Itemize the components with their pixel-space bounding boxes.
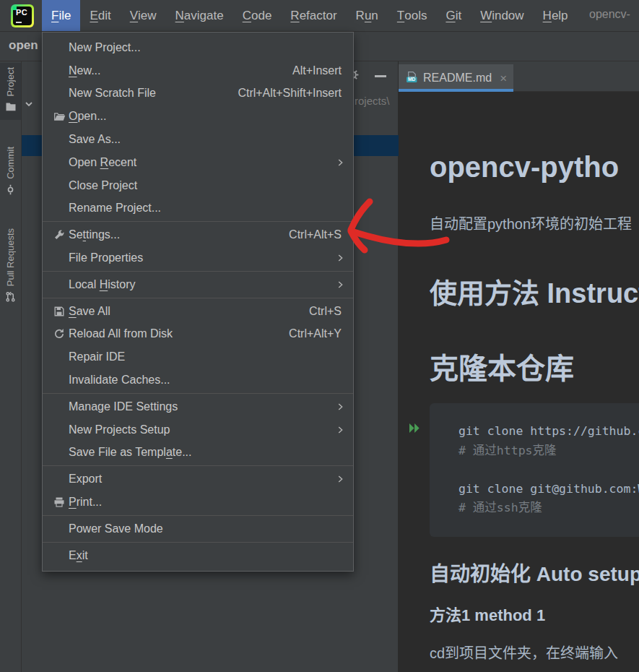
file-dropdown-menu: New Project...New...Alt+InsertNew Scratc… xyxy=(42,32,354,572)
pycharm-window: PC FileEditViewNavigateCodeRefactorRunTo… xyxy=(0,0,639,672)
menu-item-invalidate-caches[interactable]: Invalidate Caches... xyxy=(43,369,353,392)
menu-item-label: Invalidate Caches... xyxy=(69,374,170,387)
open-folder-icon xyxy=(50,111,69,123)
menu-item-file-properties[interactable]: File Properties xyxy=(43,246,353,270)
menu-item-label: Manage IDE Settings xyxy=(69,400,178,413)
menu-item-new[interactable]: New...Alt+Insert xyxy=(43,59,353,82)
stripe-label: Project xyxy=(5,67,16,96)
pycharm-logo-icon: PC xyxy=(11,4,34,27)
menu-item-label: Settings... xyxy=(69,228,120,241)
menu-item-label: Save All xyxy=(69,305,110,318)
floppy-icon xyxy=(50,306,69,317)
code-line: # 通过https克隆 xyxy=(458,441,639,461)
menubar-item-run[interactable]: Run xyxy=(347,0,388,31)
menu-item-shortcut: Ctrl+Alt+Y xyxy=(289,327,342,340)
menubar-item-help[interactable]: Help xyxy=(534,0,578,31)
editor-tab-bar: MD README.md × xyxy=(399,61,639,92)
auto-setup-heading: 自动初始化 Auto setup xyxy=(430,563,639,586)
menu-item-rename-project[interactable]: Rename Project... xyxy=(43,197,353,220)
menu-item-exit[interactable]: Exit xyxy=(43,544,353,567)
submenu-arrow-icon xyxy=(335,158,345,168)
menu-item-new-project[interactable]: New Project... xyxy=(43,36,353,59)
readme-intro: 自动配置python环境的初始工程 xyxy=(430,216,639,233)
method-heading: 方法1 method 1 xyxy=(430,606,639,625)
window-title-project: opencv- xyxy=(589,8,639,21)
menu-item-label: New Scratch File xyxy=(69,87,156,100)
stripe-label: Pull Requests xyxy=(5,228,16,286)
submenu-arrow-icon xyxy=(335,253,345,263)
menu-separator xyxy=(43,542,353,543)
menubar-item-edit[interactable]: Edit xyxy=(80,0,120,31)
menu-item-close-project[interactable]: Close Project xyxy=(43,174,353,197)
menu-separator xyxy=(43,221,353,222)
menu-item-local-history[interactable]: Local History xyxy=(43,273,353,296)
wrench-icon xyxy=(50,229,69,241)
submenu-arrow-icon xyxy=(335,425,345,435)
submenu-arrow-icon xyxy=(335,280,345,290)
menubar-item-refactor[interactable]: Refactor xyxy=(281,0,346,31)
menu-item-save-file-as-template[interactable]: Save File as Template... xyxy=(43,441,353,465)
menu-item-label: New Project... xyxy=(69,41,141,54)
stripe-item-project[interactable]: Project xyxy=(0,63,21,120)
menu-item-export[interactable]: Export xyxy=(43,468,353,491)
menu-item-label: File Properties xyxy=(69,251,143,264)
submenu-arrow-icon xyxy=(335,474,345,484)
menu-item-settings[interactable]: Settings...Ctrl+Alt+S xyxy=(43,223,353,246)
stripe-label: Commit xyxy=(5,147,16,179)
main-menu-bar: FileEditViewNavigateCodeRefactorRunTools… xyxy=(42,0,578,31)
hide-panel-icon[interactable] xyxy=(375,75,386,77)
editor-area: MD README.md × opencv-pytho 自动配置python环境… xyxy=(399,61,639,672)
menu-item-label: Close Project xyxy=(69,179,137,192)
menu-item-open[interactable]: Open... xyxy=(43,105,353,128)
menu-item-label: Save As... xyxy=(69,133,121,146)
cd-instruction: cd到项目文件夹，在终端输入 xyxy=(430,645,639,662)
menu-item-save-all[interactable]: Save AllCtrl+S xyxy=(43,300,353,323)
close-icon[interactable]: × xyxy=(500,72,507,85)
menu-separator xyxy=(43,298,353,298)
submenu-arrow-icon xyxy=(335,402,345,412)
project-path-fragment: rojects\ xyxy=(355,95,389,107)
menubar-item-view[interactable]: View xyxy=(121,0,166,31)
chevron-down-icon[interactable] xyxy=(23,98,35,113)
menu-item-manage-ide-settings[interactable]: Manage IDE Settings xyxy=(43,395,353,418)
tab-readme[interactable]: MD README.md × xyxy=(399,64,513,92)
menu-item-shortcut: Ctrl+S xyxy=(309,305,342,318)
readme-title: opencv-pytho xyxy=(430,150,639,184)
readme-preview: opencv-pytho 自动配置python环境的初始工程 使用方法 Inst… xyxy=(399,92,639,672)
menu-item-open-recent[interactable]: Open Recent xyxy=(43,151,353,174)
menubar-item-git[interactable]: Git xyxy=(436,0,471,31)
menu-item-new-projects-setup[interactable]: New Projects Setup xyxy=(43,418,353,441)
code-block: git clone https://github.co# 通过https克隆gi… xyxy=(430,403,639,537)
menu-item-save-as[interactable]: Save As... xyxy=(43,128,353,151)
menubar-item-navigate[interactable]: Navigate xyxy=(166,0,233,31)
menubar-item-tools[interactable]: Tools xyxy=(388,0,437,31)
menu-item-label: Save File as Template... xyxy=(69,446,191,459)
menu-item-label: Open... xyxy=(69,110,106,123)
menubar-item-code[interactable]: Code xyxy=(233,0,282,31)
menu-separator xyxy=(43,465,353,466)
markdown-file-icon: MD xyxy=(406,71,418,86)
menu-item-reload-all-from-disk[interactable]: Reload All from DiskCtrl+Alt+Y xyxy=(43,323,353,346)
stripe-item-pull-requests[interactable]: Pull Requests xyxy=(0,224,21,309)
title-bar: PC FileEditViewNavigateCodeRefactorRunTo… xyxy=(0,0,639,32)
run-command-icon[interactable] xyxy=(407,421,421,438)
navbar-project-name[interactable]: open xyxy=(9,38,42,53)
menu-item-repair-ide[interactable]: Repair IDE xyxy=(43,345,353,369)
menubar-item-window[interactable]: Window xyxy=(471,0,533,31)
menu-item-print[interactable]: Print... xyxy=(43,491,353,514)
menu-item-label: Reload All from Disk xyxy=(69,327,173,340)
pull-request-icon xyxy=(5,291,16,305)
menu-separator xyxy=(43,271,353,272)
left-tool-stripe: ProjectCommitPull Requests xyxy=(0,61,22,672)
menu-item-new-scratch-file[interactable]: New Scratch FileCtrl+Alt+Shift+Insert xyxy=(43,82,353,105)
clone-heading: 克隆本仓库 xyxy=(430,352,639,386)
printer-icon xyxy=(50,496,69,508)
menu-item-label: New... xyxy=(69,64,100,77)
menu-item-label: New Projects Setup xyxy=(69,423,170,436)
menu-separator xyxy=(43,515,353,516)
menu-item-shortcut: Ctrl+Alt+Shift+Insert xyxy=(238,87,342,100)
stripe-item-commit[interactable]: Commit xyxy=(0,142,21,202)
menu-item-label: Rename Project... xyxy=(69,202,161,215)
menubar-item-file[interactable]: File xyxy=(42,0,80,31)
menu-item-power-save-mode[interactable]: Power Save Mode xyxy=(43,517,353,540)
